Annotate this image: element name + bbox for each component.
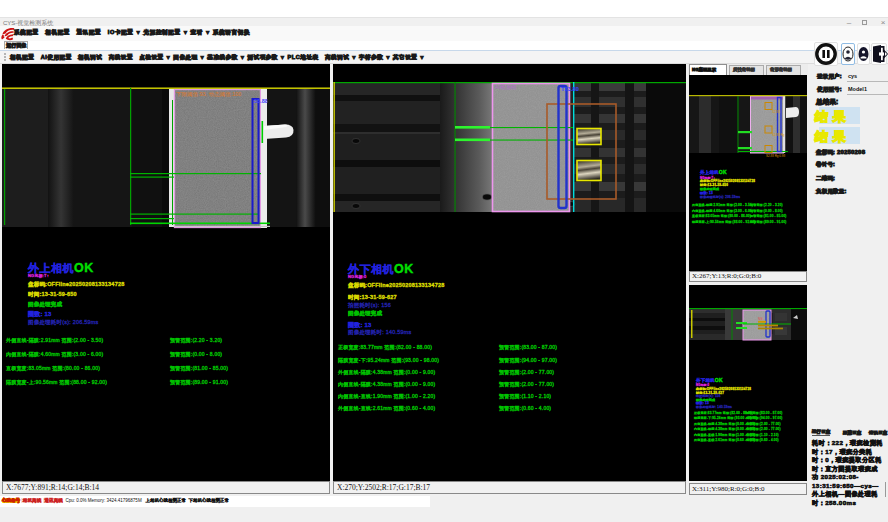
svg-text:AI检测框: AI检测框 xyxy=(495,84,517,91)
svg-text:53.88: 53.88 xyxy=(254,98,268,104)
svg-text:T23.80: T23.80 xyxy=(561,86,579,92)
svg-text:S2.88 Rg:0.98: S2.88 Rg:0.98 xyxy=(766,154,786,158)
svg-text:下限阈值:93, 动态阈值:100: 下限阈值:93, 动态阈值:100 xyxy=(176,91,241,98)
svg-text:S2.88 Rg: S2.88 Rg xyxy=(772,133,785,137)
svg-text:S2.88: S2.88 xyxy=(772,110,780,114)
svg-text:NG: NG xyxy=(758,317,763,321)
